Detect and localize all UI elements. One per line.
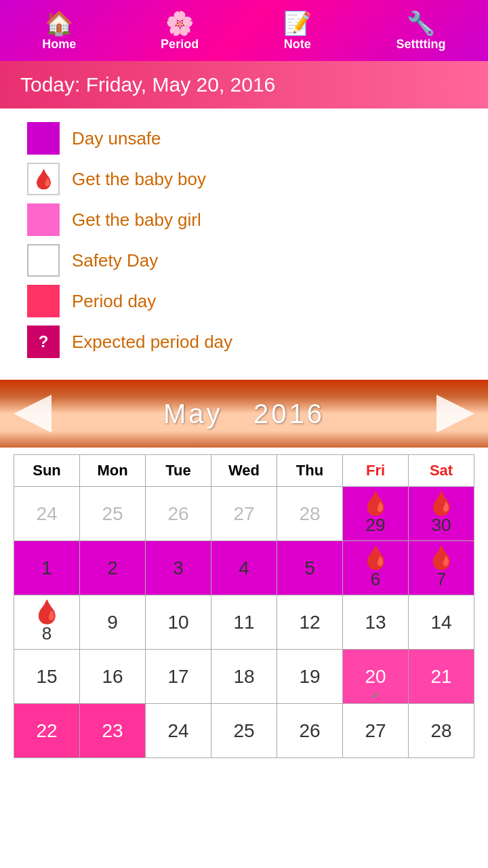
legend-unsafe-text: Day unsafe [72,128,161,149]
nav-home-label: Home [42,37,76,52]
calendar-day-0-2[interactable]: 26 [146,487,211,541]
th-sat: Sat [409,455,474,487]
nav-note-label: Note [284,37,311,52]
legend-baby-girl-text: Get the baby girl [72,210,201,231]
nav-period-label: Period [161,37,199,52]
legend-expected-text: Expected period day [72,332,232,353]
nav-home[interactable]: 🏠 Home [42,12,76,52]
calendar-week-1: 12345🩸6🩸7 [14,541,474,595]
th-fri: Fri [343,455,409,487]
legend-baby-boy-text: Get the baby boy [72,169,206,190]
calendar-day-3-0[interactable]: 15 [14,650,80,704]
calendar-day-3-4[interactable]: 19 [277,650,343,704]
nav-settings[interactable]: 🔧 Setttting [396,12,446,52]
calendar-week-0: 2425262728🩸29🩸30 [14,487,474,541]
calendar-table: Sun Mon Tue Wed Thu Fri Sat 2425262728🩸2… [14,454,474,758]
calendar-day-2-4[interactable]: 12 [277,595,343,650]
legend-safety: Safety Day [27,244,461,277]
legend-period: Period day [27,285,461,317]
today-banner: Today: Friday, May 20, 2016 [0,61,488,108]
navbar: 🏠 Home 🌸 Period 📝 Note 🔧 Setttting [0,0,488,61]
next-month-button[interactable] [436,395,474,433]
calendar-wrapper: Sun Mon Tue Wed Thu Fri Sat 2425262728🩸2… [0,448,488,772]
calendar-day-2-6[interactable]: 14 [409,595,474,650]
prev-month-button[interactable] [14,395,52,433]
th-sun: Sun [14,455,80,487]
legend-period-text: Period day [72,291,156,312]
calendar-day-3-3[interactable]: 18 [211,650,277,704]
legend: Day unsafe 🩸 Get the baby boy Get the ba… [0,108,488,380]
th-thu: Thu [277,455,343,487]
legend-safety-text: Safety Day [72,250,158,271]
calendar-day-0-6[interactable]: 🩸30 [409,487,474,541]
legend-unsafe-box [27,122,60,155]
home-icon: 🏠 [45,12,73,35]
th-tue: Tue [146,455,211,487]
calendar-day-4-3[interactable]: 25 [211,704,277,758]
calendar-day-1-6[interactable]: 🩸7 [409,541,474,595]
calendar-day-0-3[interactable]: 27 [211,487,277,541]
period-icon: 🌸 [165,12,194,35]
calendar-week-3: 151617181920✓21 [14,650,474,704]
calendar-header-row: Sun Mon Tue Wed Thu Fri Sat [14,455,474,487]
note-icon: 📝 [283,12,312,35]
calendar-day-1-1[interactable]: 2 [80,541,146,595]
calendar-header: May 2016 [0,380,488,448]
th-wed: Wed [211,455,277,487]
legend-period-box [27,285,60,317]
legend-baby-girl: Get the baby girl [27,203,461,236]
calendar-week-4: 22232425262728 [14,704,474,758]
legend-safety-box [27,244,60,277]
calendar-day-4-4[interactable]: 26 [277,704,343,758]
calendar-day-1-0[interactable]: 1 [14,541,80,595]
calendar-day-1-2[interactable]: 3 [146,541,211,595]
calendar-day-3-1[interactable]: 16 [80,650,146,704]
calendar-day-2-3[interactable]: 11 [211,595,277,650]
calendar-day-1-3[interactable]: 4 [211,541,277,595]
calendar-day-3-6[interactable]: 21 [409,650,474,704]
legend-baby-boy-box: 🩸 [27,163,60,195]
calendar-day-0-1[interactable]: 25 [80,487,146,541]
settings-icon: 🔧 [407,12,435,35]
calendar-day-2-2[interactable]: 10 [146,595,211,650]
calendar-day-1-4[interactable]: 5 [277,541,343,595]
calendar-day-0-5[interactable]: 🩸29 [343,487,409,541]
calendar-day-4-0[interactable]: 22 [14,704,80,758]
th-mon: Mon [80,455,146,487]
legend-expected-box: ? [27,326,60,358]
legend-unsafe: Day unsafe [27,122,461,155]
today-text: Today: Friday, May 20, 2016 [20,73,275,96]
legend-expected: ? Expected period day [27,326,461,358]
calendar-day-4-6[interactable]: 28 [409,704,474,758]
calendar-day-4-2[interactable]: 24 [146,704,211,758]
legend-baby-boy: 🩸 Get the baby boy [27,163,461,195]
nav-period[interactable]: 🌸 Period [161,12,199,52]
calendar-day-1-5[interactable]: 🩸6 [343,541,409,595]
calendar-day-4-1[interactable]: 23 [80,704,146,758]
calendar-day-0-4[interactable]: 28 [277,487,343,541]
nav-settings-label: Setttting [396,37,446,52]
legend-baby-girl-box [27,203,60,236]
calendar-day-0-0[interactable]: 24 [14,487,80,541]
calendar-day-3-5[interactable]: 20✓ [343,650,409,704]
nav-note[interactable]: 📝 Note [283,12,312,52]
calendar-day-3-2[interactable]: 17 [146,650,211,704]
calendar-day-2-0[interactable]: 🩸8 [14,595,80,650]
calendar-day-2-1[interactable]: 9 [80,595,146,650]
calendar-day-4-5[interactable]: 27 [343,704,409,758]
calendar-week-2: 🩸891011121314 [14,595,474,650]
calendar-day-2-5[interactable]: 13 [343,595,409,650]
calendar-month-year: May 2016 [163,399,325,429]
